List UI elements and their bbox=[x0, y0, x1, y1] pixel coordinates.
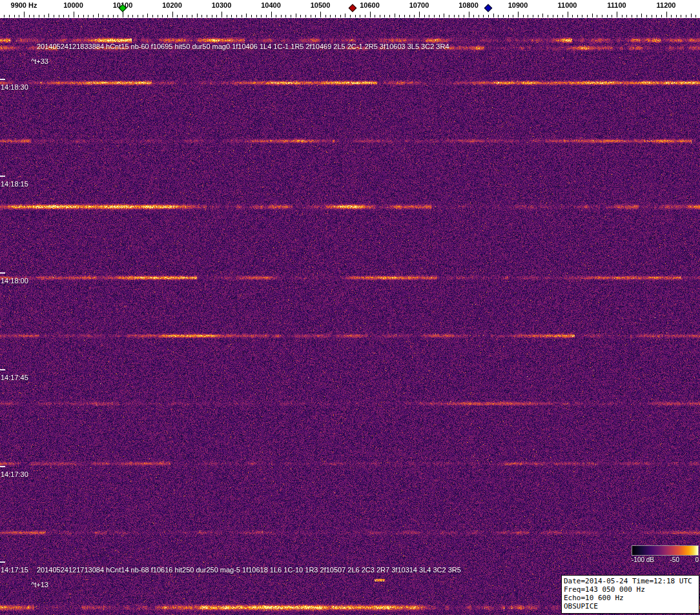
colorbar: -100 dB -50 0 bbox=[632, 545, 699, 563]
detection-annotation: 20140524121833884 hCnt15 nb-60 f10695 hi… bbox=[37, 43, 449, 50]
info-frequency: Freq=143 050 000 Hz bbox=[564, 585, 697, 594]
time-label: 14:17:15 bbox=[1, 566, 28, 574]
detection-time-offset: ^t+33 bbox=[31, 57, 48, 65]
station-info-box: Date=2014-05-24 Time=12:18 UTC Freq=143 … bbox=[561, 575, 699, 614]
freq-tick-label: 10600 bbox=[360, 1, 380, 9]
detection-annotation: 20140524121713084 hCnt14 nb-68 f10616 hi… bbox=[37, 566, 461, 574]
time-tick bbox=[0, 272, 5, 274]
info-date-time: Date=2014-05-24 Time=12:18 UTC bbox=[564, 577, 697, 585]
freq-tick-label: 10000 bbox=[63, 1, 83, 9]
time-label: 14:18:15 bbox=[1, 180, 28, 188]
detection-time-offset: ^t+13 bbox=[31, 581, 48, 589]
colorbar-label-max: 0 bbox=[695, 556, 699, 563]
freq-tick-label: 11000 bbox=[558, 1, 577, 9]
colorbar-label-mid: -50 bbox=[670, 556, 679, 563]
freq-tick-label: 10900 bbox=[508, 1, 528, 9]
time-tick bbox=[0, 176, 5, 177]
time-tick bbox=[0, 369, 5, 370]
time-tick bbox=[0, 561, 5, 563]
time-tick bbox=[0, 466, 5, 467]
time-label: 14:18:30 bbox=[1, 83, 28, 91]
freq-tick-label: 10300 bbox=[212, 1, 232, 9]
frequency-ruler[interactable]: 9900 Hz100001010010200103001040010500106… bbox=[0, 0, 700, 18]
freq-tick-label: 10200 bbox=[162, 1, 182, 9]
time-label: 14:17:30 bbox=[1, 470, 28, 478]
colorbar-label-min: -100 dB bbox=[632, 556, 654, 563]
time-tick bbox=[0, 79, 5, 80]
info-echo: Echo=10 600 Hz bbox=[564, 594, 697, 602]
freq-tick-label: 9900 Hz bbox=[11, 1, 37, 9]
time-label: 14:18:00 bbox=[1, 277, 28, 285]
freq-tick-label: 11100 bbox=[607, 1, 626, 9]
spectrogram-area[interactable]: 14:18:3014:18:1514:18:0014:17:4514:17:30… bbox=[0, 18, 700, 615]
freq-tick-label: 10400 bbox=[261, 1, 281, 9]
freq-tick-label: 10800 bbox=[458, 1, 479, 9]
freq-tick-label: 11200 bbox=[657, 1, 676, 9]
colorbar-labels: -100 dB -50 0 bbox=[632, 556, 699, 563]
meteor-echo-monitor: 9900 Hz100001010010200103001040010500106… bbox=[0, 0, 700, 615]
freq-tick-label: 10500 bbox=[311, 1, 331, 9]
spectrogram-overlay: 14:18:3014:18:1514:18:0014:17:4514:17:30… bbox=[0, 18, 700, 615]
info-station: OBSUPICE bbox=[564, 602, 697, 610]
freq-tick-label: 10700 bbox=[409, 1, 429, 9]
time-label: 14:17:45 bbox=[1, 374, 28, 381]
colorbar-gradient bbox=[632, 545, 699, 556]
